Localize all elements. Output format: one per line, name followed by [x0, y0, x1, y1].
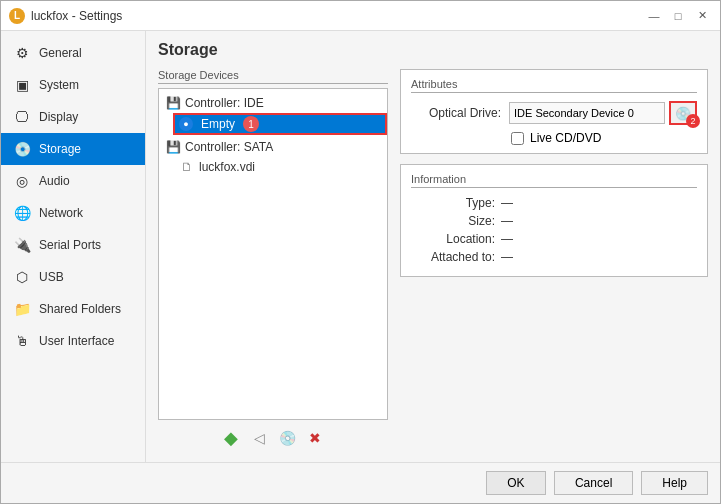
sidebar-item-audio[interactable]: ◎ Audio [1, 165, 145, 197]
sidebar-item-user-interface[interactable]: 🖱 User Interface [1, 325, 145, 357]
optical-browse-button[interactable]: 💿 2 [669, 101, 697, 125]
audio-icon: ◎ [13, 172, 31, 190]
optical-browse-btn-wrap: 💿 2 [669, 101, 697, 125]
user-interface-icon: 🖱 [13, 332, 31, 350]
size-row: Size: — [411, 214, 697, 228]
storage-devices-header: Storage Devices [158, 69, 388, 84]
sidebar-label-display: Display [39, 110, 78, 124]
sidebar-item-serial-ports[interactable]: 🔌 Serial Ports [1, 229, 145, 261]
titlebar: L luckfox - Settings — □ ✕ [1, 1, 720, 31]
usb-icon: ⬡ [13, 268, 31, 286]
sidebar-item-general[interactable]: ⚙ General [1, 37, 145, 69]
network-icon: 🌐 [13, 204, 31, 222]
add-icon: ◆ [224, 427, 238, 449]
display-icon: 🖵 [13, 108, 31, 126]
ok-button[interactable]: OK [486, 471, 546, 495]
tree-item-vdi[interactable]: 🗋 luckfox.vdi [173, 157, 387, 177]
optical-drive-row: Optical Drive: IDE Secondary Device 0 💿 … [411, 101, 697, 125]
remove-button[interactable]: ✖ [303, 426, 327, 450]
storage-tree[interactable]: 💾 Controller: IDE ● Empty 1 [158, 88, 388, 420]
sidebar-label-usb: USB [39, 270, 64, 284]
tree-controller-sata-label: Controller: SATA [185, 140, 273, 154]
optical-drive-input-group: IDE Secondary Device 0 💿 2 [509, 101, 697, 125]
sidebar-label-storage: Storage [39, 142, 81, 156]
cancel-button[interactable]: Cancel [554, 471, 633, 495]
shared-folders-icon: 📁 [13, 300, 31, 318]
add-storage-button[interactable]: ◆ [219, 426, 243, 450]
size-value: — [501, 214, 513, 228]
tree-item-empty-label: Empty [201, 117, 235, 131]
sidebar-item-system[interactable]: ▣ System [1, 69, 145, 101]
attributes-header: Attributes [411, 78, 697, 93]
main-panel: Storage Storage Devices 💾 Controller: ID… [146, 31, 720, 462]
sidebar: ⚙ General ▣ System 🖵 Display 💿 Storage ◎… [1, 31, 146, 462]
sidebar-label-serial-ports: Serial Ports [39, 238, 101, 252]
sidebar-item-usb[interactable]: ⬡ USB [1, 261, 145, 293]
settings-window: L luckfox - Settings — □ ✕ ⚙ General ▣ S… [0, 0, 721, 504]
back-button[interactable]: ◁ [247, 426, 271, 450]
tree-controller-ide[interactable]: 💾 Controller: IDE [159, 93, 387, 113]
maximize-button[interactable]: □ [668, 6, 688, 26]
cd-blue-circle-icon: ● [179, 117, 193, 131]
type-label: Type: [411, 196, 501, 210]
titlebar-left: L luckfox - Settings [9, 8, 122, 24]
titlebar-title: luckfox - Settings [31, 9, 122, 23]
titlebar-controls: — □ ✕ [644, 6, 712, 26]
live-cd-checkbox[interactable] [511, 132, 524, 145]
cd-button[interactable]: 💿 [275, 426, 299, 450]
content-area: ⚙ General ▣ System 🖵 Display 💿 Storage ◎… [1, 31, 720, 462]
remove-icon: ✖ [309, 430, 321, 446]
attached-to-row: Attached to: — [411, 250, 697, 264]
information-section: Information Type: — Size: — Location: — [400, 164, 708, 277]
live-cd-label: Live CD/DVD [530, 131, 601, 145]
minimize-button[interactable]: — [644, 6, 664, 26]
type-row: Type: — [411, 196, 697, 210]
optical-drive-label: Optical Drive: [411, 106, 501, 120]
tree-item-vdi-label: luckfox.vdi [199, 160, 255, 174]
sidebar-label-audio: Audio [39, 174, 70, 188]
location-value: — [501, 232, 513, 246]
app-icon: L [9, 8, 25, 24]
sidebar-item-storage[interactable]: 💿 Storage [1, 133, 145, 165]
sidebar-label-general: General [39, 46, 82, 60]
type-value: — [501, 196, 513, 210]
attached-to-value: — [501, 250, 513, 264]
controller-sata-icon: 💾 [165, 140, 181, 154]
tree-item-badge: 1 [243, 116, 259, 132]
tree-controller-ide-label: Controller: IDE [185, 96, 264, 110]
back-icon: ◁ [254, 430, 265, 446]
storage-icon: 💿 [13, 140, 31, 158]
storage-devices-panel: Storage Devices 💾 Controller: IDE ● [158, 69, 388, 452]
panels-row: Storage Devices 💾 Controller: IDE ● [158, 69, 708, 452]
serial-ports-icon: 🔌 [13, 236, 31, 254]
general-icon: ⚙ [13, 44, 31, 62]
optical-drive-value[interactable]: IDE Secondary Device 0 [509, 102, 665, 124]
right-panel: Attributes Optical Drive: IDE Secondary … [400, 69, 708, 452]
optical-badge: 2 [686, 114, 700, 128]
sidebar-item-display[interactable]: 🖵 Display [1, 101, 145, 133]
sidebar-label-user-interface: User Interface [39, 334, 114, 348]
attached-to-label: Attached to: [411, 250, 501, 264]
location-row: Location: — [411, 232, 697, 246]
vdi-icon: 🗋 [179, 160, 195, 174]
help-button[interactable]: Help [641, 471, 708, 495]
attributes-section: Attributes Optical Drive: IDE Secondary … [400, 69, 708, 154]
sidebar-label-system: System [39, 78, 79, 92]
live-cd-row: Live CD/DVD [511, 131, 697, 145]
close-button[interactable]: ✕ [692, 6, 712, 26]
sidebar-label-network: Network [39, 206, 83, 220]
storage-toolbar: ◆ ◁ 💿 ✖ [158, 420, 388, 452]
information-header: Information [411, 173, 697, 188]
size-label: Size: [411, 214, 501, 228]
tree-controller-sata[interactable]: 💾 Controller: SATA [159, 137, 387, 157]
cd-toolbar-icon: 💿 [279, 430, 296, 446]
sidebar-item-network[interactable]: 🌐 Network [1, 197, 145, 229]
page-title: Storage [158, 41, 708, 59]
sidebar-item-shared-folders[interactable]: 📁 Shared Folders [1, 293, 145, 325]
footer: OK Cancel Help [1, 462, 720, 503]
sidebar-label-shared-folders: Shared Folders [39, 302, 121, 316]
controller-ide-icon: 💾 [165, 96, 181, 110]
location-label: Location: [411, 232, 501, 246]
tree-item-empty[interactable]: ● Empty 1 [173, 113, 387, 135]
system-icon: ▣ [13, 76, 31, 94]
